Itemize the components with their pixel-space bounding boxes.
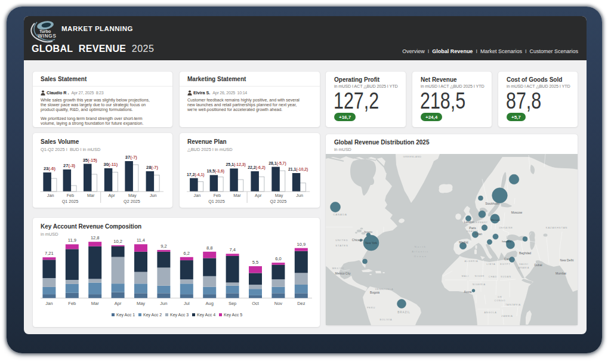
svg-text:Stockholm: Stockholm xyxy=(485,202,499,205)
svg-text:Key Acc 1: Key Acc 1 xyxy=(116,313,135,317)
svg-text:19,5(-3,6): 19,5(-3,6) xyxy=(207,169,224,174)
svg-text:Jan: Jan xyxy=(47,193,54,198)
svg-text:Q2 2025: Q2 2025 xyxy=(270,199,287,204)
svg-text:Q1 2025: Q1 2025 xyxy=(62,199,79,204)
svg-text:ANGOLA: ANGOLA xyxy=(484,311,496,314)
svg-text:Q1 2025: Q1 2025 xyxy=(208,199,225,204)
svg-text:7,4: 7,4 xyxy=(229,247,235,252)
svg-text:10,2: 10,2 xyxy=(113,239,122,244)
svg-text:Sep: Sep xyxy=(229,301,236,306)
svg-text:28(-7): 28(-7) xyxy=(146,165,159,170)
svg-text:SAUDI: SAUDI xyxy=(519,263,528,266)
svg-text:23(-6): 23(-6) xyxy=(44,166,56,171)
svg-text:STATES: STATES xyxy=(335,244,348,247)
svg-text:Mexico City: Mexico City xyxy=(335,272,351,275)
svg-text:37(-7): 37(-7) xyxy=(125,155,138,160)
svg-text:Chicago: Chicago xyxy=(352,238,363,242)
svg-text:17,2(-4,1): 17,2(-4,1) xyxy=(187,172,204,177)
svg-text:PERU: PERU xyxy=(367,307,375,309)
svg-text:Baghdad: Baghdad xyxy=(519,251,531,255)
svg-text:ARABIA: ARABIA xyxy=(519,267,530,269)
svg-text:Key Acc 3: Key Acc 3 xyxy=(170,313,189,317)
svg-text:6,0: 6,0 xyxy=(275,256,281,261)
svg-text:Jun: Jun xyxy=(296,193,303,198)
svg-text:CONGO: CONGO xyxy=(495,300,506,302)
svg-text:Madrid: Madrid xyxy=(459,240,468,244)
svg-text:ALGERIA: ALGERIA xyxy=(465,260,479,263)
svg-text:Paris: Paris xyxy=(469,226,476,230)
svg-text:Feb: Feb xyxy=(214,193,221,198)
svg-text:MALI: MALI xyxy=(462,275,469,277)
svg-text:UKRAINE: UKRAINE xyxy=(499,227,513,229)
svg-text:7,21: 7,21 xyxy=(45,251,54,256)
svg-text:Jan: Jan xyxy=(45,301,53,306)
svg-text:6,2: 6,2 xyxy=(184,251,190,256)
svg-text:12,8: 12,8 xyxy=(91,235,100,240)
svg-text:Key Acc 5: Key Acc 5 xyxy=(224,313,242,317)
svg-text:New Delhi: New Delhi xyxy=(560,258,574,262)
svg-text:Istanbul: Istanbul xyxy=(502,240,511,243)
svg-text:27(-3): 27(-3) xyxy=(63,163,76,168)
svg-text:Bogotá: Bogotá xyxy=(370,291,379,294)
svg-text:Mar: Mar xyxy=(233,193,241,198)
svg-text:11,4: 11,4 xyxy=(137,237,145,243)
svg-text:ZAMBIA: ZAMBIA xyxy=(501,315,513,317)
svg-text:Milan: Milan xyxy=(475,232,482,236)
svg-text:EGYPT: EGYPT xyxy=(500,263,510,266)
svg-text:Apr: Apr xyxy=(109,193,116,198)
svg-text:GERMANY: GERMANY xyxy=(474,221,487,224)
svg-text:5,5: 5,5 xyxy=(252,260,258,265)
svg-text:Jan: Jan xyxy=(194,193,201,198)
svg-text:KAZAKHSTAN: KAZAKHSTAN xyxy=(546,226,568,229)
svg-text:CANADA: CANADA xyxy=(333,213,347,216)
svg-text:Dez: Dez xyxy=(297,301,306,306)
svg-text:LIBYA: LIBYA xyxy=(487,263,496,266)
svg-text:GREENLAND: GREENLAND xyxy=(403,155,421,158)
svg-text:Apr: Apr xyxy=(255,193,262,198)
svg-text:Dubai: Dubai xyxy=(534,263,542,267)
svg-text:Aug: Aug xyxy=(206,301,214,306)
svg-text:May: May xyxy=(137,301,145,306)
svg-text:Nov: Nov xyxy=(274,301,283,306)
svg-text:9,2: 9,2 xyxy=(161,243,166,249)
svg-text:30(-11): 30(-11) xyxy=(104,162,118,167)
svg-text:A t l a n t i c: A t l a n t i c xyxy=(412,250,428,253)
svg-text:DR: DR xyxy=(498,296,502,298)
svg-text:Feb: Feb xyxy=(68,301,76,306)
svg-text:WINGS: WINGS xyxy=(38,33,56,39)
svg-text:MEXICO: MEXICO xyxy=(332,267,344,270)
svg-text:Q2 2025: Q2 2025 xyxy=(124,199,140,204)
svg-text:BRAZIL: BRAZIL xyxy=(397,311,410,314)
svg-text:Warsaw: Warsaw xyxy=(490,218,501,221)
svg-text:Feb: Feb xyxy=(67,193,74,198)
svg-text:Moscow: Moscow xyxy=(511,211,523,214)
svg-text:New York: New York xyxy=(365,242,377,245)
svg-text:Mumbai: Mumbai xyxy=(556,272,566,275)
svg-text:Jun: Jun xyxy=(160,301,167,306)
svg-text:May: May xyxy=(128,193,137,198)
svg-text:Apr: Apr xyxy=(115,301,122,306)
svg-text:SUDAN: SUDAN xyxy=(501,276,511,278)
svg-text:NIGERIA: NIGERIA xyxy=(473,283,486,286)
svg-text:Accra: Accra xyxy=(464,290,472,294)
svg-text:TANZANIA: TANZANIA xyxy=(505,304,521,306)
svg-text:O c e a n: O c e a n xyxy=(414,255,427,258)
svg-text:Mar: Mar xyxy=(87,193,95,198)
svg-text:21,1(-10,2): 21,1(-10,2) xyxy=(288,167,308,172)
svg-text:CHAD: CHAD xyxy=(489,276,497,278)
svg-text:London: London xyxy=(464,220,474,224)
svg-text:22,2(-6,2): 22,2(-6,2) xyxy=(248,165,265,170)
svg-text:NIGER: NIGER xyxy=(475,275,485,277)
svg-text:N o r t h: N o r t h xyxy=(415,245,426,248)
svg-text:28,1(-5,7): 28,1(-5,7) xyxy=(269,161,286,166)
svg-text:May: May xyxy=(275,193,283,198)
svg-text:Oct: Oct xyxy=(252,301,260,306)
svg-text:10,9: 10,9 xyxy=(297,242,306,247)
svg-text:BOLIVIA: BOLIVIA xyxy=(379,319,392,321)
svg-text:UNITED: UNITED xyxy=(335,239,348,242)
svg-text:Jun: Jun xyxy=(150,193,157,198)
svg-text:Mar: Mar xyxy=(91,301,99,306)
svg-text:Toronto: Toronto xyxy=(364,230,373,233)
svg-text:8,8: 8,8 xyxy=(206,245,212,251)
svg-text:25,1(-12,3): 25,1(-12,3) xyxy=(226,162,246,167)
